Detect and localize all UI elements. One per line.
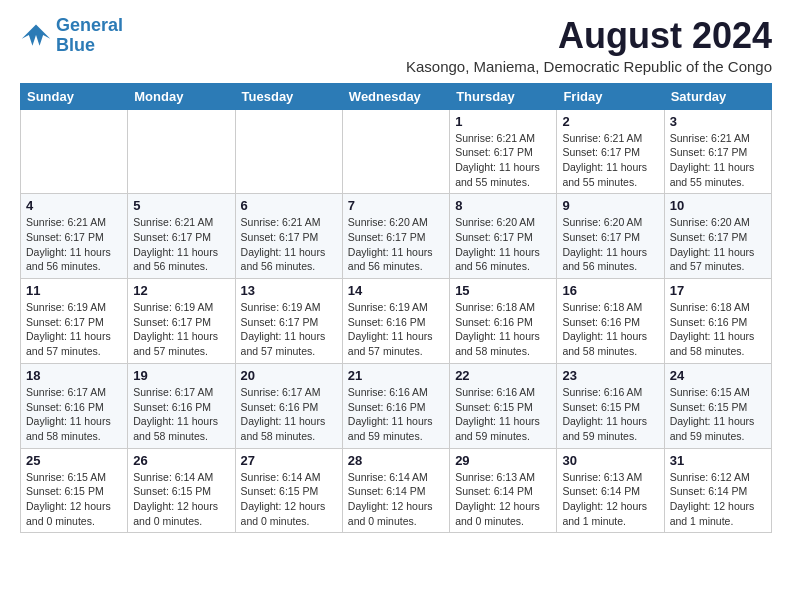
day-number: 28 bbox=[348, 453, 444, 468]
column-header-tuesday: Tuesday bbox=[235, 83, 342, 109]
logo-text: General Blue bbox=[56, 16, 123, 56]
day-info: Sunrise: 6:21 AMSunset: 6:17 PMDaylight:… bbox=[562, 131, 658, 190]
day-info: Sunrise: 6:20 AMSunset: 6:17 PMDaylight:… bbox=[670, 215, 766, 274]
day-info: Sunrise: 6:17 AMSunset: 6:16 PMDaylight:… bbox=[26, 385, 122, 444]
logo-icon bbox=[20, 22, 52, 50]
location-subtitle: Kasongo, Maniema, Democratic Republic of… bbox=[406, 58, 772, 75]
day-number: 26 bbox=[133, 453, 229, 468]
calendar-cell: 25Sunrise: 6:15 AMSunset: 6:15 PMDayligh… bbox=[21, 448, 128, 533]
column-header-monday: Monday bbox=[128, 83, 235, 109]
day-info: Sunrise: 6:18 AMSunset: 6:16 PMDaylight:… bbox=[455, 300, 551, 359]
day-info: Sunrise: 6:14 AMSunset: 6:15 PMDaylight:… bbox=[241, 470, 337, 529]
calendar-cell: 14Sunrise: 6:19 AMSunset: 6:16 PMDayligh… bbox=[342, 279, 449, 364]
day-number: 20 bbox=[241, 368, 337, 383]
day-info: Sunrise: 6:19 AMSunset: 6:16 PMDaylight:… bbox=[348, 300, 444, 359]
calendar-week-row: 4Sunrise: 6:21 AMSunset: 6:17 PMDaylight… bbox=[21, 194, 772, 279]
day-info: Sunrise: 6:21 AMSunset: 6:17 PMDaylight:… bbox=[670, 131, 766, 190]
calendar-cell: 26Sunrise: 6:14 AMSunset: 6:15 PMDayligh… bbox=[128, 448, 235, 533]
day-number: 18 bbox=[26, 368, 122, 383]
day-info: Sunrise: 6:19 AMSunset: 6:17 PMDaylight:… bbox=[241, 300, 337, 359]
day-info: Sunrise: 6:21 AMSunset: 6:17 PMDaylight:… bbox=[455, 131, 551, 190]
calendar-table: SundayMondayTuesdayWednesdayThursdayFrid… bbox=[20, 83, 772, 534]
calendar-cell: 29Sunrise: 6:13 AMSunset: 6:14 PMDayligh… bbox=[450, 448, 557, 533]
day-number: 21 bbox=[348, 368, 444, 383]
calendar-cell bbox=[342, 109, 449, 194]
calendar-cell: 5Sunrise: 6:21 AMSunset: 6:17 PMDaylight… bbox=[128, 194, 235, 279]
calendar-cell bbox=[21, 109, 128, 194]
day-info: Sunrise: 6:15 AMSunset: 6:15 PMDaylight:… bbox=[26, 470, 122, 529]
column-header-thursday: Thursday bbox=[450, 83, 557, 109]
calendar-cell: 23Sunrise: 6:16 AMSunset: 6:15 PMDayligh… bbox=[557, 363, 664, 448]
day-info: Sunrise: 6:21 AMSunset: 6:17 PMDaylight:… bbox=[26, 215, 122, 274]
calendar-cell: 27Sunrise: 6:14 AMSunset: 6:15 PMDayligh… bbox=[235, 448, 342, 533]
day-number: 23 bbox=[562, 368, 658, 383]
day-number: 5 bbox=[133, 198, 229, 213]
calendar-cell: 30Sunrise: 6:13 AMSunset: 6:14 PMDayligh… bbox=[557, 448, 664, 533]
calendar-cell: 20Sunrise: 6:17 AMSunset: 6:16 PMDayligh… bbox=[235, 363, 342, 448]
calendar-cell: 15Sunrise: 6:18 AMSunset: 6:16 PMDayligh… bbox=[450, 279, 557, 364]
calendar-cell: 31Sunrise: 6:12 AMSunset: 6:14 PMDayligh… bbox=[664, 448, 771, 533]
day-number: 13 bbox=[241, 283, 337, 298]
day-number: 2 bbox=[562, 114, 658, 129]
calendar-cell: 7Sunrise: 6:20 AMSunset: 6:17 PMDaylight… bbox=[342, 194, 449, 279]
calendar-cell bbox=[128, 109, 235, 194]
calendar-cell: 12Sunrise: 6:19 AMSunset: 6:17 PMDayligh… bbox=[128, 279, 235, 364]
day-number: 8 bbox=[455, 198, 551, 213]
calendar-cell: 3Sunrise: 6:21 AMSunset: 6:17 PMDaylight… bbox=[664, 109, 771, 194]
day-number: 15 bbox=[455, 283, 551, 298]
calendar-cell: 9Sunrise: 6:20 AMSunset: 6:17 PMDaylight… bbox=[557, 194, 664, 279]
column-header-saturday: Saturday bbox=[664, 83, 771, 109]
calendar-cell: 19Sunrise: 6:17 AMSunset: 6:16 PMDayligh… bbox=[128, 363, 235, 448]
day-number: 31 bbox=[670, 453, 766, 468]
calendar-cell: 22Sunrise: 6:16 AMSunset: 6:15 PMDayligh… bbox=[450, 363, 557, 448]
day-number: 17 bbox=[670, 283, 766, 298]
day-info: Sunrise: 6:14 AMSunset: 6:15 PMDaylight:… bbox=[133, 470, 229, 529]
svg-marker-0 bbox=[22, 24, 50, 45]
day-info: Sunrise: 6:21 AMSunset: 6:17 PMDaylight:… bbox=[241, 215, 337, 274]
day-info: Sunrise: 6:19 AMSunset: 6:17 PMDaylight:… bbox=[133, 300, 229, 359]
calendar-cell: 6Sunrise: 6:21 AMSunset: 6:17 PMDaylight… bbox=[235, 194, 342, 279]
day-number: 3 bbox=[670, 114, 766, 129]
calendar-cell: 1Sunrise: 6:21 AMSunset: 6:17 PMDaylight… bbox=[450, 109, 557, 194]
day-info: Sunrise: 6:13 AMSunset: 6:14 PMDaylight:… bbox=[455, 470, 551, 529]
day-info: Sunrise: 6:18 AMSunset: 6:16 PMDaylight:… bbox=[670, 300, 766, 359]
title-area: August 2024 Kasongo, Maniema, Democratic… bbox=[406, 16, 772, 75]
day-info: Sunrise: 6:20 AMSunset: 6:17 PMDaylight:… bbox=[348, 215, 444, 274]
calendar-header-row: SundayMondayTuesdayWednesdayThursdayFrid… bbox=[21, 83, 772, 109]
logo: General Blue bbox=[20, 16, 123, 56]
day-info: Sunrise: 6:20 AMSunset: 6:17 PMDaylight:… bbox=[562, 215, 658, 274]
calendar-week-row: 25Sunrise: 6:15 AMSunset: 6:15 PMDayligh… bbox=[21, 448, 772, 533]
day-info: Sunrise: 6:20 AMSunset: 6:17 PMDaylight:… bbox=[455, 215, 551, 274]
day-number: 11 bbox=[26, 283, 122, 298]
calendar-cell: 2Sunrise: 6:21 AMSunset: 6:17 PMDaylight… bbox=[557, 109, 664, 194]
day-number: 12 bbox=[133, 283, 229, 298]
calendar-cell: 11Sunrise: 6:19 AMSunset: 6:17 PMDayligh… bbox=[21, 279, 128, 364]
day-number: 1 bbox=[455, 114, 551, 129]
calendar-cell: 17Sunrise: 6:18 AMSunset: 6:16 PMDayligh… bbox=[664, 279, 771, 364]
day-info: Sunrise: 6:12 AMSunset: 6:14 PMDaylight:… bbox=[670, 470, 766, 529]
month-year-title: August 2024 bbox=[406, 16, 772, 56]
day-info: Sunrise: 6:19 AMSunset: 6:17 PMDaylight:… bbox=[26, 300, 122, 359]
day-info: Sunrise: 6:13 AMSunset: 6:14 PMDaylight:… bbox=[562, 470, 658, 529]
day-number: 19 bbox=[133, 368, 229, 383]
day-info: Sunrise: 6:17 AMSunset: 6:16 PMDaylight:… bbox=[133, 385, 229, 444]
day-number: 22 bbox=[455, 368, 551, 383]
column-header-wednesday: Wednesday bbox=[342, 83, 449, 109]
day-number: 4 bbox=[26, 198, 122, 213]
calendar-cell: 28Sunrise: 6:14 AMSunset: 6:14 PMDayligh… bbox=[342, 448, 449, 533]
day-number: 7 bbox=[348, 198, 444, 213]
header: General Blue August 2024 Kasongo, Maniem… bbox=[20, 16, 772, 75]
calendar-cell: 4Sunrise: 6:21 AMSunset: 6:17 PMDaylight… bbox=[21, 194, 128, 279]
day-info: Sunrise: 6:16 AMSunset: 6:16 PMDaylight:… bbox=[348, 385, 444, 444]
calendar-cell: 16Sunrise: 6:18 AMSunset: 6:16 PMDayligh… bbox=[557, 279, 664, 364]
day-number: 30 bbox=[562, 453, 658, 468]
day-info: Sunrise: 6:18 AMSunset: 6:16 PMDaylight:… bbox=[562, 300, 658, 359]
calendar-week-row: 18Sunrise: 6:17 AMSunset: 6:16 PMDayligh… bbox=[21, 363, 772, 448]
day-number: 25 bbox=[26, 453, 122, 468]
day-number: 29 bbox=[455, 453, 551, 468]
day-info: Sunrise: 6:21 AMSunset: 6:17 PMDaylight:… bbox=[133, 215, 229, 274]
calendar-cell: 8Sunrise: 6:20 AMSunset: 6:17 PMDaylight… bbox=[450, 194, 557, 279]
column-header-friday: Friday bbox=[557, 83, 664, 109]
calendar-week-row: 11Sunrise: 6:19 AMSunset: 6:17 PMDayligh… bbox=[21, 279, 772, 364]
calendar-cell bbox=[235, 109, 342, 194]
